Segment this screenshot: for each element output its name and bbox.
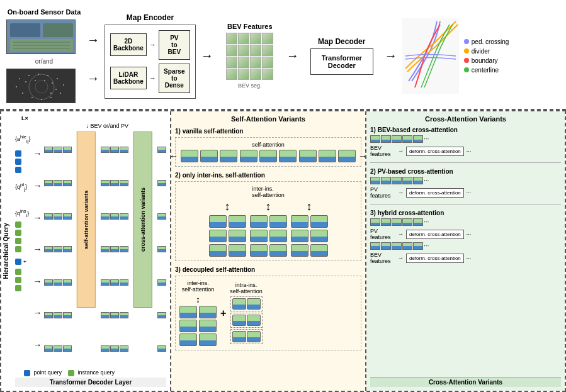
token xyxy=(101,345,110,352)
token-mini xyxy=(402,242,412,250)
token-mini xyxy=(392,242,402,250)
sa-variant-3-box: inter-ins.self-attention ↕ xyxy=(175,276,361,350)
token xyxy=(101,279,110,286)
lx-label: L× xyxy=(21,115,166,121)
blue-dot-2 xyxy=(15,159,21,165)
token-block xyxy=(291,244,308,257)
legend-boundary: boundary xyxy=(464,57,509,64)
arrow-bev-3: → xyxy=(398,255,404,261)
svg-rect-28 xyxy=(402,18,459,94)
dots-dca-3a: ··· xyxy=(467,231,472,237)
token-block xyxy=(209,230,227,242)
sa-variant-1: 1) vanilla self-attention self-attention… xyxy=(175,128,361,167)
transformer-decoder-box: TransformerDecoder xyxy=(310,48,373,75)
token-group-2d xyxy=(250,215,287,228)
token-row-5 xyxy=(44,279,72,286)
svg-point-24 xyxy=(44,80,45,81)
right-panel: Cross-Attention Variants 1) BEV-based cr… xyxy=(366,111,565,391)
boundary-label: boundary xyxy=(472,57,498,64)
transformer-decoder-layer-title: Transformer Decoder Layer xyxy=(15,378,166,387)
left-panel: Hierarchical Query L× ↓ BEV or/and PV {a… xyxy=(1,111,171,391)
sa-2-row: ↕ xyxy=(209,200,328,257)
token-group-2i xyxy=(291,244,328,257)
svg-point-20 xyxy=(22,92,23,94)
inter-ins-label-3: inter-ins.self-attention xyxy=(182,280,215,293)
token-block xyxy=(269,230,287,242)
svg-rect-2 xyxy=(43,23,73,37)
ca-3-pv-row: PVfeatures → deform. cross-attention ··· xyxy=(370,228,561,240)
token-mini xyxy=(392,177,402,184)
token-mini xyxy=(370,218,380,226)
svg-point-14 xyxy=(57,78,58,79)
divider-dot xyxy=(464,48,469,53)
arrow-1: → xyxy=(33,148,42,159)
token xyxy=(110,147,119,153)
pv-feature-label-2: PVfeatures xyxy=(370,186,395,199)
token xyxy=(157,312,166,318)
token xyxy=(120,279,128,286)
ca-2-dca-row: PVfeatures → deform. cross-attention ··· xyxy=(370,186,561,199)
token-mini xyxy=(381,135,391,143)
token-mini xyxy=(413,135,423,143)
svg-point-21 xyxy=(16,86,17,87)
token xyxy=(120,345,128,352)
token-mini xyxy=(413,218,423,226)
encoder-top-row: 2DBackbone → PVtoBEV xyxy=(110,30,190,60)
divider-2 xyxy=(370,204,561,204)
blue-legend-sq xyxy=(24,370,30,376)
token xyxy=(44,147,53,153)
intra-group-2 xyxy=(230,313,263,328)
token-row-m1 xyxy=(101,147,128,153)
ca-token-group: ··· xyxy=(370,135,429,143)
or-and-label: or/and xyxy=(6,58,82,65)
arrow-7: → xyxy=(33,340,42,350)
bev-cell xyxy=(262,69,273,80)
ca-variant-1: 1) BEV-based cross-attention ··· BEVfeat… xyxy=(370,126,561,157)
blue-dot-1 xyxy=(15,150,21,157)
inter-ins-label: inter-ins.self-attention xyxy=(252,186,285,198)
dots-2: ··· xyxy=(424,177,429,184)
sa-2-col2: ↕ xyxy=(250,200,287,257)
token xyxy=(157,213,166,220)
token-block xyxy=(319,150,336,162)
svg-point-25 xyxy=(52,82,53,84)
ca-token-group-3b: ··· xyxy=(370,242,429,250)
green-extra-2 xyxy=(15,277,21,283)
centerline-label: centerline xyxy=(472,67,499,74)
token xyxy=(54,345,62,352)
arrow-pv-2: → xyxy=(398,189,404,196)
legend-block: ped. crossing divider boundary centerlin… xyxy=(464,38,509,74)
token xyxy=(157,180,166,186)
bev-cell xyxy=(238,69,249,80)
bev-cell xyxy=(226,33,237,44)
token-row-a5 xyxy=(157,279,166,286)
sa-variant-1-box: self-attention ← xyxy=(175,137,361,167)
decoupled-plus: + xyxy=(220,308,226,319)
token xyxy=(44,312,53,318)
sensor-data-block: On-board Sensor Data or/and xyxy=(6,8,82,103)
token xyxy=(63,312,72,318)
token-row-a7 xyxy=(157,345,166,352)
bev-features-block: BEV Features BEV seg. xyxy=(218,23,281,89)
token-block xyxy=(232,331,246,342)
bev-cell xyxy=(226,45,237,56)
token-block xyxy=(291,215,308,228)
ca-variant-3: 3) hybrid cross-attention ··· PVfeatures… xyxy=(370,210,561,264)
legend-centerline: centerline xyxy=(464,67,509,74)
token-block xyxy=(200,150,218,162)
token xyxy=(54,312,62,318)
token-block xyxy=(179,333,197,346)
token xyxy=(44,279,53,286)
arrow-lidar-sparse: → xyxy=(149,74,156,82)
ca-variant-2: 2) PV-based cross-attention ··· PVfeatur… xyxy=(370,168,561,199)
token-block xyxy=(250,230,268,242)
token-block xyxy=(310,230,328,242)
token-block xyxy=(181,150,198,162)
token-mini xyxy=(370,135,380,143)
divider-1 xyxy=(370,162,561,163)
up-down-arrow-2c: ↕ xyxy=(307,200,312,213)
point-query-legend: point query xyxy=(24,369,62,376)
ca-3-row-2: ··· xyxy=(370,242,561,250)
lidar-svg xyxy=(7,69,76,103)
token-block xyxy=(279,150,297,162)
